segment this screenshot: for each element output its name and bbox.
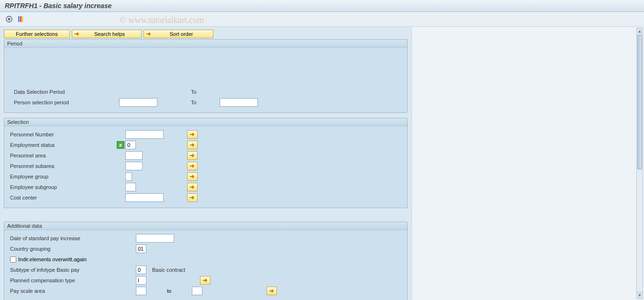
person-selection-from-input[interactable] bbox=[119, 98, 157, 107]
to-label-2: To bbox=[191, 100, 220, 105]
variant-icon[interactable] bbox=[16, 15, 25, 23]
group-additional-header: Additional data bbox=[4, 222, 407, 230]
subtype-desc: Basic contract bbox=[152, 267, 185, 273]
group-selection: Selection Personnel NumberEmployment sta… bbox=[4, 118, 408, 208]
svg-rect-4 bbox=[18, 16, 20, 22]
selection-row: Employee subgroup bbox=[9, 182, 402, 192]
selection-row: Personnel subarea bbox=[9, 161, 402, 171]
selection-row: Personnel Number bbox=[9, 129, 402, 140]
arrow-right-icon bbox=[189, 153, 195, 158]
arrow-right-icon bbox=[189, 164, 195, 168]
sort-order-button[interactable]: Sort order bbox=[144, 30, 213, 38]
multiple-selection-button[interactable] bbox=[187, 183, 198, 191]
arrow-right-icon bbox=[189, 174, 195, 179]
scroll-up-button[interactable]: ▲ bbox=[637, 28, 643, 35]
arrow-right-icon bbox=[189, 143, 195, 147]
multiple-selection-button[interactable] bbox=[187, 172, 198, 181]
indir-elements-checkbox[interactable] bbox=[10, 256, 16, 263]
selection-row: Employee group bbox=[9, 171, 402, 182]
country-grouping-input[interactable] bbox=[136, 244, 146, 253]
button-row: Further selections Search helps Sort ord… bbox=[4, 30, 408, 38]
pay-scale-from-input[interactable] bbox=[136, 287, 146, 295]
selection-input[interactable] bbox=[125, 193, 164, 202]
multiple-selection-button[interactable] bbox=[187, 130, 198, 139]
selection-row: Personnel area bbox=[9, 150, 402, 161]
selection-input[interactable] bbox=[125, 183, 136, 191]
selection-input[interactable] bbox=[125, 151, 143, 160]
group-period-header: Period bbox=[4, 40, 407, 48]
svg-rect-5 bbox=[20, 16, 22, 22]
group-additional: Additional data Date of standard pay inc… bbox=[4, 222, 408, 300]
search-helps-label: Search helps bbox=[82, 31, 137, 37]
page-title: RPITRFH1 - Basic salary increase bbox=[5, 2, 111, 10]
date-pay-increase-label: Date of standard pay increase bbox=[9, 235, 117, 241]
selection-label: Personnel area bbox=[9, 153, 117, 158]
svg-point-1 bbox=[8, 18, 11, 21]
selection-label: Personnel Number bbox=[9, 132, 117, 137]
further-selections-label: Further selections bbox=[16, 31, 57, 37]
selection-input[interactable] bbox=[125, 172, 132, 181]
title-bar: RPITRFH1 - Basic salary increase bbox=[0, 0, 644, 12]
selection-row: Employment status≠ bbox=[9, 140, 402, 150]
selection-label: Employee group bbox=[9, 174, 117, 179]
selection-label: Cost center bbox=[9, 195, 117, 200]
planned-comp-input[interactable] bbox=[136, 276, 146, 285]
main-panel: Further selections Search helps Sort ord… bbox=[0, 27, 411, 300]
arrow-right-icon bbox=[269, 289, 275, 293]
selection-input[interactable] bbox=[125, 141, 136, 149]
right-panel: ▲ ▼ bbox=[411, 27, 644, 300]
arrow-right-icon bbox=[189, 185, 195, 189]
selection-label: Personnel subarea bbox=[9, 163, 117, 169]
group-period: Period Data Selection Period To Person s… bbox=[4, 39, 408, 113]
date-pay-increase-input[interactable] bbox=[136, 234, 174, 243]
data-selection-label: Data Selection Period bbox=[9, 89, 119, 95]
pay-scale-to-input[interactable] bbox=[192, 287, 202, 295]
indir-elements-label: Indir.elements overwritt.again bbox=[18, 256, 87, 262]
arrow-right-icon bbox=[146, 32, 152, 36]
sort-order-label: Sort order bbox=[154, 31, 209, 37]
scroll-thumb[interactable] bbox=[637, 35, 642, 169]
arrow-right-icon bbox=[202, 278, 208, 283]
selection-input[interactable] bbox=[125, 130, 164, 139]
pay-scale-label: Pay scale area bbox=[9, 288, 117, 294]
search-helps-button[interactable]: Search helps bbox=[72, 30, 142, 38]
person-selection-to-input[interactable] bbox=[220, 98, 258, 107]
arrow-right-icon bbox=[74, 32, 80, 36]
planned-comp-label: Planned compensation type bbox=[9, 278, 117, 283]
multiple-selection-button[interactable] bbox=[187, 193, 198, 202]
execute-icon[interactable] bbox=[5, 15, 13, 23]
arrow-right-icon bbox=[189, 132, 195, 137]
multiple-selection-button[interactable] bbox=[187, 141, 198, 149]
planned-comp-multi-button[interactable] bbox=[200, 276, 211, 285]
to-label-3: to bbox=[146, 288, 192, 294]
further-selections-button[interactable]: Further selections bbox=[4, 30, 70, 38]
selection-row: Cost center bbox=[9, 192, 402, 203]
subtype-input[interactable] bbox=[136, 266, 146, 274]
selection-label: Employment status bbox=[9, 142, 117, 148]
to-label-1: To bbox=[191, 89, 220, 95]
selection-input[interactable] bbox=[125, 162, 143, 170]
multiple-selection-button[interactable] bbox=[187, 162, 198, 170]
subtype-label: Subtype of infotype Basic pay bbox=[9, 267, 117, 273]
not-equal-icon[interactable]: ≠ bbox=[117, 141, 124, 149]
selection-label: Employee subgroup bbox=[9, 184, 117, 190]
arrow-right-icon bbox=[189, 195, 195, 200]
group-selection-header: Selection bbox=[4, 118, 407, 126]
pay-scale-multi-button[interactable] bbox=[266, 287, 277, 295]
content-area: Further selections Search helps Sort ord… bbox=[0, 27, 644, 300]
person-selection-label: Person selection period bbox=[9, 100, 119, 105]
scrollbar[interactable]: ▲ ▼ bbox=[636, 28, 643, 299]
country-grouping-label: Country grouping bbox=[9, 246, 117, 252]
svg-rect-6 bbox=[22, 16, 23, 22]
scroll-down-button[interactable]: ▼ bbox=[637, 292, 643, 299]
toolbar bbox=[0, 12, 644, 27]
multiple-selection-button[interactable] bbox=[187, 151, 198, 160]
